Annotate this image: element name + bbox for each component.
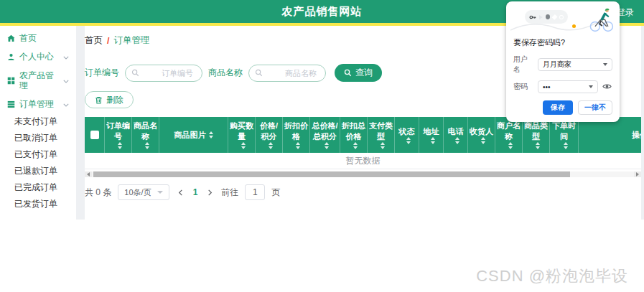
pagination: 共 0 条 10条/页 1 前往 页 [85, 184, 641, 200]
page-number-current[interactable]: 1 [192, 187, 200, 197]
chevron-down-icon [63, 99, 69, 109]
cyclist-illustration [588, 5, 614, 34]
column-address[interactable]: 地址 [419, 117, 444, 153]
column-total-price-points[interactable]: 总价格/总积分 [310, 117, 340, 153]
sort-icon[interactable] [209, 131, 213, 138]
column-pay-type[interactable]: 支付类型 [368, 117, 395, 153]
prev-page-button[interactable] [176, 189, 185, 196]
triangle-left-icon [87, 172, 90, 176]
show-password-button[interactable] [602, 82, 612, 92]
column-status[interactable]: 状态 [395, 117, 419, 153]
column-phone[interactable]: 电话 [444, 117, 468, 153]
sidebar-item-completed-orders[interactable]: 已完成订单 [0, 179, 76, 196]
column-label: 收货人 [470, 126, 493, 137]
column-label: 支付类型 [369, 121, 393, 142]
page-size-select[interactable]: 10条/页 [118, 184, 169, 200]
column-product-name[interactable]: 商品名称 [132, 117, 159, 153]
sort-icon[interactable] [118, 142, 122, 149]
sort-icon[interactable] [241, 142, 246, 149]
orange-dot [572, 24, 576, 28]
sort-icon[interactable] [406, 137, 411, 144]
query-button[interactable]: 查询 [335, 64, 382, 82]
sort-icon[interactable] [564, 142, 568, 149]
sidebar-item-cancelled-orders[interactable]: 已取消订单 [0, 130, 76, 146]
table-header-row: 订单编号 商品名称 商品图片 购买数量 价格/积分 折扣价格 总价格/总积分 折… [85, 117, 641, 153]
goto-page-input[interactable] [245, 184, 265, 200]
sidebar-item-paid-orders[interactable]: 已支付订单 [0, 146, 76, 163]
list-icon [7, 100, 15, 108]
sidebar-item-label: 农产品管理 [19, 70, 59, 90]
orders-submenu: 未支付订单 已取消订单 已支付订单 已退款订单 已完成订单 已发货订单 [0, 113, 76, 212]
sort-icon[interactable] [508, 142, 513, 149]
column-label: 下单时间 [551, 121, 577, 142]
chevron-down-icon [63, 75, 69, 85]
column-product-image[interactable]: 商品图片 [159, 117, 228, 153]
sort-icon[interactable] [353, 142, 358, 149]
column-label: 总价格/总积分 [312, 121, 338, 142]
watermark: CSDN @粉泡泡毕设 [476, 265, 628, 287]
table-header-checkbox-cell [85, 117, 105, 153]
password-manager-key-icon [525, 10, 568, 24]
sort-icon[interactable] [325, 142, 329, 149]
delete-button-label: 删除 [106, 94, 123, 106]
scroll-left-arrow[interactable] [85, 171, 92, 177]
column-discount-total[interactable]: 折扣总价格 [340, 117, 368, 153]
sort-icon[interactable] [481, 137, 485, 144]
sidebar-item-home[interactable]: 首页 [0, 29, 76, 47]
select-all-checkbox[interactable] [90, 131, 99, 139]
search-icon [344, 69, 352, 77]
caret-down-icon [603, 63, 607, 66]
username-field[interactable]: 月月商家 [538, 58, 612, 71]
next-page-button[interactable] [205, 189, 215, 196]
scrollbar-thumb[interactable] [93, 171, 570, 177]
breadcrumb-current: 订单管理 [113, 34, 149, 47]
breadcrumb-home[interactable]: 首页 [85, 34, 103, 47]
sidebar-item-products[interactable]: 农产品管理 [0, 66, 76, 95]
horizontal-scrollbar [85, 171, 641, 177]
column-quantity[interactable]: 购买数量 [228, 117, 256, 153]
sidebar-item-unpaid-orders[interactable]: 未支付订单 [0, 113, 76, 130]
username-value: 月月商家 [543, 60, 571, 70]
chevron-right-icon [207, 189, 213, 196]
sidebar: 首页 个人中心 农产品管理 订单管理 未支付订单 已取消订单 已支付订单 [0, 26, 76, 220]
order-no-input-wrap [125, 65, 202, 82]
scroll-right-arrow[interactable] [634, 171, 641, 177]
never-button[interactable]: 一律不 [578, 100, 612, 115]
sort-icon[interactable] [431, 137, 435, 144]
sort-icon[interactable] [145, 142, 149, 149]
sort-icon[interactable] [536, 142, 540, 149]
home-icon [7, 34, 15, 42]
delete-button[interactable]: 删除 [85, 91, 134, 108]
sidebar-item-shipped-orders[interactable]: 已发货订单 [0, 196, 76, 212]
sidebar-item-label: 首页 [19, 33, 37, 43]
column-order-time[interactable]: 下单时间 [550, 117, 579, 153]
sort-icon[interactable] [381, 142, 385, 149]
page-size-value: 10条/页 [124, 187, 151, 198]
column-label: 商品图片 [174, 130, 206, 141]
column-label: 状态 [399, 126, 415, 137]
column-price-points[interactable]: 价格/积分 [256, 117, 283, 153]
sidebar-item-orders[interactable]: 订单管理 [0, 95, 76, 113]
password-value: ••• [543, 83, 551, 91]
column-label: 商品名称 [134, 121, 157, 142]
column-merchant-name[interactable]: 商户名称 [495, 117, 523, 153]
column-product-type[interactable]: 商品类型 [523, 117, 550, 153]
password-field[interactable]: ••• [538, 80, 598, 93]
sort-icon[interactable] [455, 137, 459, 144]
column-consignee[interactable]: 收货人 [468, 117, 495, 153]
sidebar-item-profile[interactable]: 个人中心 [0, 47, 76, 66]
column-order-no[interactable]: 订单编号 [105, 117, 132, 153]
save-button[interactable]: 保存 [543, 100, 573, 115]
scrollbar-track[interactable] [92, 171, 634, 177]
sidebar-item-label: 订单管理 [19, 99, 54, 109]
product-name-input-wrap [248, 65, 326, 82]
search-icon [131, 69, 139, 77]
column-discount-price[interactable]: 折扣价格 [283, 117, 310, 153]
dot-shape [546, 14, 550, 19]
sidebar-item-refunded-orders[interactable]: 已退款订单 [0, 163, 76, 179]
save-password-dialog: 要保存密码吗? 用户名 月月商家 密码 ••• 保存 一律不 [506, 1, 620, 122]
column-label: 订单编号 [106, 121, 130, 142]
sort-icon[interactable] [269, 142, 273, 149]
sort-icon[interactable] [296, 142, 300, 149]
column-actions: 操作 [579, 117, 641, 153]
